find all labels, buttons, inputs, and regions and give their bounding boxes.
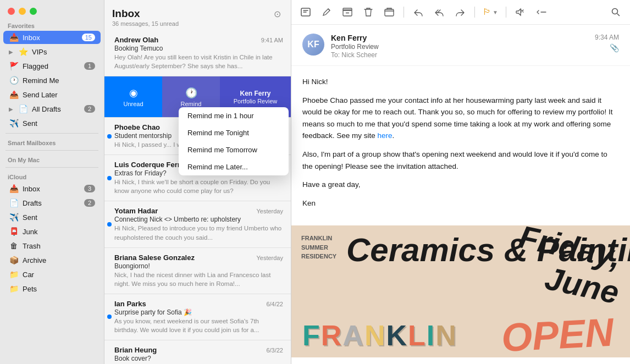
more-button[interactable] [535,5,548,19]
message-sender: Yotam Hadar [114,207,158,215]
message-list: Inbox 36 messages, 15 unread ⊙ Andrew Ol… [104,0,291,364]
vips-chevron-icon: ▶ [9,49,13,55]
sidebar-icloud-inbox-label: Inbox [23,185,80,193]
all-drafts-chevron-icon: ▶ [9,106,13,112]
email-to: To: Nick Scheer [331,51,588,59]
minimize-button[interactable] [19,8,26,15]
message-time: 6/3/22 [266,347,283,354]
message-time: Yesterday [256,208,283,214]
sidebar-item-icloud-junk[interactable]: 📮 Junk [3,225,101,238]
clay-f: F [302,319,320,352]
sidebar-item-vips[interactable]: ▶ ⭐ VIPs [3,45,101,58]
sender-avatar: KF [302,34,324,56]
clock-icon: 🕐 [185,87,197,99]
message-subject: Booking Temuco [114,45,283,52]
sidebar-item-pets[interactable]: 📁 Pets [3,282,101,295]
sidebar-pets-label: Pets [23,285,95,293]
filter-icon[interactable]: ⊙ [271,8,283,20]
svg-rect-2 [343,8,352,10]
inv-line3: RESIDENCY [301,252,336,261]
message-item-ian[interactable]: Ian Parks 6/4/22 Surprise party for Sofi… [104,294,291,340]
archive-button[interactable] [341,5,354,19]
compose-icon[interactable] [320,5,333,19]
message-preview: As you know, next weekend is our sweet S… [114,317,283,334]
portfolio-link[interactable]: here [378,131,393,140]
icloud-trash-icon: 🗑 [9,241,19,251]
body-paragraph-5: Ken [302,197,619,209]
remind-later[interactable]: Remind me Later... [179,158,289,175]
move-button[interactable] [383,5,396,19]
sidebar-item-remind-me[interactable]: 🕐 Remind Me [3,74,101,87]
forward-button[interactable] [454,5,467,19]
message-item-yotam[interactable]: Yotam Hadar Yesterday Connecting Nick <>… [104,201,291,247]
message-time: 9:41 AM [261,37,283,43]
sidebar-flagged-label: Flagged [23,62,80,70]
fullscreen-button[interactable] [30,8,37,15]
clay-k: K [386,319,407,352]
inbox-title: Inbox [112,8,179,20]
sidebar-item-icloud-archive[interactable]: 📦 Archive [3,253,101,267]
swipe-unread-button[interactable]: ◉ Unread [104,76,162,117]
remind-tomorrow[interactable]: Remind me Tomorrow [179,141,289,158]
remind-1-hour[interactable]: Remind me in 1 hour [179,107,289,124]
mute-button[interactable] [514,5,527,19]
body-paragraph-3: Also, I'm part of a group show that's op… [302,148,619,172]
icloud-inbox-icon: 📥 [9,184,19,194]
franklin-label: FRANKLIN SUMMER RESIDENCY [301,234,336,261]
sidebar-icloud-junk-label: Junk [23,228,95,236]
sidebar-item-car[interactable]: 📁 Car [3,268,101,281]
sidebar-item-icloud-inbox[interactable]: 📥 Inbox 3 [3,182,101,195]
message-sender: Briana Salese Gonzalez [114,253,195,262]
icloud-sent-icon: ✈️ [9,212,19,222]
message-subject: Surprise party for Sofia 🎉 [114,308,283,316]
sidebar-item-inbox[interactable]: 📥 Inbox 15 [3,31,101,44]
remind-tonight[interactable]: Remind me Tonight [179,124,289,141]
message-sender: Ian Parks [114,300,146,308]
sidebar-car-label: Car [23,271,95,279]
clay-l: L [408,319,425,352]
detail-content: KF Ken Ferry Portfolio Review To: Nick S… [291,25,630,364]
sidebar-item-icloud-sent[interactable]: ✈️ Sent [3,211,101,224]
message-subject: Book cover? [114,355,283,362]
sidebar-item-flagged[interactable]: 🚩 Flagged 1 [3,59,101,73]
message-preview: Hi Nick, Pleased to introduce you to my … [114,224,283,241]
ken-ferry-swipe-name: Ken Ferry [240,90,270,97]
flagged-badge: 1 [84,62,95,70]
flag-icon: 🏳 [483,7,491,17]
on-my-mac-label: On My Mac [0,153,104,164]
reply-all-button[interactable] [433,5,446,19]
sidebar-item-all-drafts[interactable]: ▶ 📄 All Drafts 2 [3,102,101,115]
search-button[interactable] [609,5,622,19]
sidebar-divider-1 [5,133,98,134]
icloud-junk-icon: 📮 [9,227,19,236]
message-subject: Connecting Nick <> Umberto re: upholster… [114,216,283,223]
flag-button[interactable]: 🏳 ▼ [483,7,498,17]
reply-button[interactable] [412,5,425,19]
sidebar-item-icloud-trash[interactable]: 🗑 Trash [3,239,101,252]
message-preview: Hi Nick, I think we'll be short a couple… [114,178,283,195]
clay-n2: N [435,319,456,352]
sidebar: Favorites 📥 Inbox 15 ▶ ⭐ VIPs 🚩 Flagged … [0,0,104,364]
detail-pane: 🏳 ▼ KF Ken Ferry Portfolio Review To: Ni… [291,0,630,364]
ken-ferry-swipe-subject: Portfolio Review [234,98,277,104]
message-sender: Andrew Olah [114,36,158,44]
message-item[interactable]: Andrew Olah 9:41 AM Booking Temuco Hey O… [104,30,291,76]
pets-folder-icon: 📁 [9,284,19,294]
sidebar-item-send-later[interactable]: 📤 Send Later [3,88,101,101]
message-item-briana[interactable]: Briana Salese Gonzalez Yesterday Buongio… [104,248,291,294]
toolbar-divider-2 [474,7,475,18]
toolbar-divider-3 [506,7,506,18]
inbox-title-group: Inbox 36 messages, 15 unread [112,8,179,27]
all-drafts-icon: 📄 [18,104,28,114]
invitation-image: FRANKLIN SUMMER RESIDENCY Ceramics & Pai… [291,225,630,357]
message-item-brian[interactable]: Brian Heung 6/3/22 Book cover? Hi Nick, … [104,340,291,364]
delete-button[interactable] [362,5,375,19]
sidebar-item-sent[interactable]: ✈️ Sent [3,117,101,130]
close-button[interactable] [8,8,15,15]
new-message-button[interactable] [299,5,312,19]
email-body: Hi Nick! Phoebe Chao passed me your cont… [291,66,630,225]
sidebar-item-icloud-drafts[interactable]: 📄 Drafts 2 [3,196,101,209]
inbox-badge: 15 [82,34,95,41]
inv-line1: FRANKLIN [301,234,336,243]
clay-a: A [342,319,363,352]
